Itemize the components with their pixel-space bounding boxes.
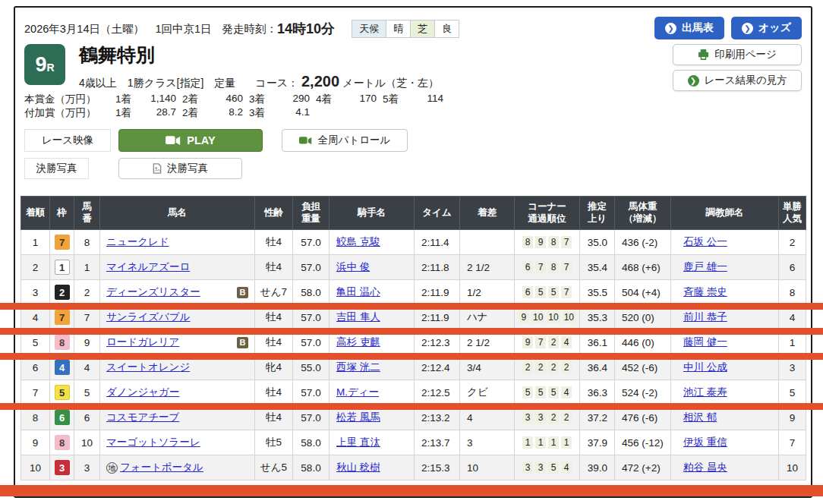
entries-button[interactable]: ❯ 出馬表 (654, 17, 724, 39)
waku-badge: 4 (55, 360, 70, 375)
jockey-cell: 鮫島 克駿 (330, 230, 415, 255)
horse-name-link[interactable]: ディーンズリスター (106, 285, 200, 299)
corner-order-cell: 1111 (515, 430, 580, 455)
trainer-link[interactable]: 石坂 公一 (683, 236, 727, 247)
horse-name-wrap: サンライズバブル (100, 310, 254, 324)
jockey-link[interactable]: 亀田 温心 (336, 286, 380, 298)
table-row: 322ディーンズリスターBせん758.0亀田 温心2:11.91/2655735… (21, 280, 806, 305)
jockey-cell: 秋山 稔樹 (330, 455, 415, 480)
jockey-link[interactable]: 浜中 俊 (336, 261, 370, 272)
prize-money-block: 本賞金（万円） 1着1,1402着4603着2904着1705着114 付加賞（… (24, 93, 449, 120)
results-header-row: 着順枠馬 番馬名性齢負担 重量騎手名タイム着差コーナー 通過順位推定 上り馬体重… (21, 197, 806, 230)
horse-name-cell: ニュークレド (100, 230, 255, 255)
corner-position: 5 (548, 386, 559, 398)
weather-badges: 天候 晴 芝 良 (352, 20, 459, 38)
corner-position: 2 (548, 336, 559, 348)
rank-cell: 10 (21, 455, 50, 480)
jockey-link[interactable]: 高杉 吏麒 (336, 336, 380, 348)
carried-weight-cell: 58.0 (293, 280, 330, 305)
column-header: 性齢 (255, 197, 293, 230)
jockey-link[interactable]: 松若 風馬 (336, 411, 380, 423)
waku-cell: 8 (50, 430, 74, 455)
corner-position: 7 (535, 261, 546, 273)
corner-position: 5 (535, 386, 546, 398)
horse-name-cell: マイネルアズーロ (100, 255, 255, 280)
horse-name-cell: ダノンジャガー (100, 380, 255, 405)
table-row: 1033地フォートポータルせん558.0秋山 稔樹2:15.310335439.… (21, 455, 806, 480)
horse-name-link[interactable]: マーゴットソラーレ (106, 436, 200, 449)
trainer-link[interactable]: 藤岡 健一 (683, 336, 727, 348)
play-button[interactable]: PLAY (118, 129, 263, 152)
jockey-cell: 上里 直汰 (330, 430, 415, 455)
trainer-cell: 池江 泰寿 (671, 380, 779, 405)
red-highlight-stripe (0, 403, 823, 410)
trainer-link[interactable]: 斉藤 崇史 (683, 286, 727, 298)
trainer-link[interactable]: 前川 恭子 (683, 311, 727, 323)
trainer-cell: 伊坂 重信 (671, 430, 779, 455)
race-number: 9 (35, 53, 46, 77)
jockey-link[interactable]: 吉田 隼人 (336, 311, 380, 323)
trainer-link[interactable]: 粕谷 昌央 (683, 461, 727, 473)
corner-position: 2 (548, 361, 559, 373)
column-header: コーナー 通過順位 (515, 197, 580, 230)
margin-cell: クビ (460, 380, 515, 405)
horse-name-link[interactable]: ロードガレリア (106, 335, 179, 349)
results-guide-button[interactable]: ❯ レース結果の見方 (673, 70, 802, 91)
play-button-label: PLAY (187, 134, 215, 146)
margin-cell (460, 230, 515, 255)
jockey-link[interactable]: 西塚 洸二 (336, 361, 380, 373)
finish-photo-button-label: 決勝写真 (167, 162, 208, 175)
corner-position: 2 (548, 411, 559, 424)
horse-name-cell: 地フォートポータル (100, 455, 255, 480)
jockey-link[interactable]: 上里 直汰 (336, 436, 380, 448)
trainer-link[interactable]: 池江 泰寿 (683, 386, 727, 398)
horse-name-link[interactable]: コスモアチーブ (106, 411, 179, 424)
horse-weight-cell: 524 (-2) (615, 380, 671, 405)
margin-cell: 1/2 (460, 280, 515, 305)
carried-weight-cell: 57.0 (293, 380, 330, 405)
sex-age-cell: 牡5 (255, 430, 293, 455)
time-cell: 2:11.4 (415, 230, 460, 255)
prize-value: 114 (407, 93, 449, 106)
rank-cell: 3 (21, 280, 50, 305)
waku-cell: 7 (50, 230, 74, 255)
horse-name-cell: マーゴットソラーレ (100, 430, 255, 455)
time-cell: 2:15.3 (415, 455, 460, 480)
extra-prize-label: 付加賞（万円） (24, 106, 115, 120)
trainer-link[interactable]: 相沢 郁 (683, 411, 717, 423)
horse-name-link[interactable]: スイートオレンジ (106, 361, 190, 374)
prize-pair: 2着8.2 (182, 106, 249, 120)
waku-cell: 1 (50, 255, 74, 280)
corner-position: 4 (561, 461, 572, 474)
carried-weight-cell: 58.0 (293, 430, 330, 455)
column-header: 着順 (21, 197, 50, 230)
jockey-link[interactable]: 鮫島 克駿 (336, 236, 380, 247)
waku-badge: 1 (55, 260, 70, 275)
prize-pair: 3着290 (249, 93, 316, 106)
jockey-link[interactable]: M.ディー (336, 386, 379, 398)
corner-position: 4 (561, 386, 572, 398)
odds-button[interactable]: ❯ オッズ (731, 17, 802, 39)
odds-button-label: オッズ (758, 21, 791, 35)
horse-number-cell: 1 (74, 255, 100, 280)
corner-order-cell: 8987 (515, 230, 580, 255)
horse-name-link[interactable]: フォートポータル (120, 461, 203, 474)
horse-name-wrap: ニュークレド (100, 235, 254, 249)
jockey-cell: 亀田 温心 (330, 280, 415, 305)
horse-name-link[interactable]: サンライズバブル (106, 310, 191, 324)
horse-name-link[interactable]: ニュークレド (106, 235, 169, 249)
time-cell: 2:11.9 (415, 280, 460, 305)
horse-name-link[interactable]: ダノンジャガー (106, 386, 179, 399)
corner-position: 2 (561, 411, 572, 424)
jockey-link[interactable]: 秋山 稔樹 (336, 461, 380, 473)
trainer-link[interactable]: 鹿戸 雄一 (683, 261, 727, 272)
horse-name-wrap: ディーンズリスターB (100, 285, 254, 299)
trainer-link[interactable]: 中川 公成 (683, 361, 727, 373)
trainer-link[interactable]: 伊坂 重信 (683, 436, 727, 448)
finish-photo-button[interactable]: 決勝写真 (118, 158, 242, 179)
horse-name-link[interactable]: マイネルアズーロ (106, 260, 190, 274)
corner-position: 7 (561, 286, 572, 298)
sex-age-cell: 牡4 (255, 230, 293, 255)
patrol-video-button[interactable]: 全周パトロール (282, 129, 408, 152)
print-page-button[interactable]: 印刷用ページ (673, 44, 802, 65)
